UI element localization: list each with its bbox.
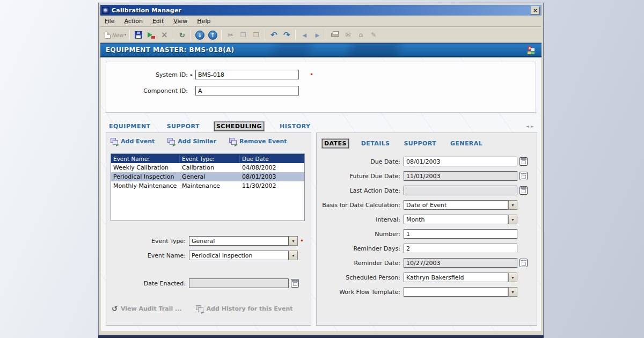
event-type-input[interactable] bbox=[189, 236, 289, 246]
basis-row: Basis for Date Calculation: ▼ bbox=[320, 200, 517, 210]
tab-general[interactable]: GENERAL bbox=[449, 139, 484, 148]
basis-input[interactable] bbox=[404, 200, 508, 210]
col-event-name[interactable]: Event Name: bbox=[111, 156, 180, 162]
related-records-icon[interactable] bbox=[526, 46, 536, 54]
calendar-icon[interactable] bbox=[519, 172, 528, 180]
event-name-input[interactable] bbox=[189, 251, 289, 260]
home-button[interactable]: ⌂ bbox=[354, 28, 367, 41]
table-row[interactable]: Monthly Maintenance Maintenance 11/30/20… bbox=[111, 181, 304, 190]
redo-button[interactable]: ↷ bbox=[280, 28, 293, 41]
table-row[interactable]: Weekly Calibration Calibration 04/08/200… bbox=[111, 163, 304, 172]
arrow-right-icon: ▶ bbox=[315, 32, 319, 38]
dropdown-button[interactable]: ▼ bbox=[289, 236, 298, 246]
col-event-type[interactable]: Event Type: bbox=[180, 156, 240, 162]
reminder-days-input[interactable] bbox=[404, 244, 517, 253]
menu-edit[interactable]: Edit bbox=[152, 18, 164, 25]
tab-dates[interactable]: DATES bbox=[322, 139, 349, 148]
col-due-date[interactable]: Due Date bbox=[240, 156, 303, 162]
tab-detail-support[interactable]: SUPPORT bbox=[402, 139, 438, 148]
tab-equipment[interactable]: EQUIPMENT bbox=[107, 122, 152, 130]
add-history-icon bbox=[196, 305, 203, 312]
due-date-input[interactable] bbox=[404, 157, 517, 166]
scheduled-person-select[interactable]: ▼ bbox=[404, 273, 517, 282]
menu-bar: File Action Edit View Help bbox=[100, 16, 541, 27]
redo-icon: ↷ bbox=[283, 30, 290, 40]
required-icon: • bbox=[310, 72, 313, 77]
toolbar-separator bbox=[129, 30, 130, 40]
add-similar-button[interactable]: Add Similar bbox=[167, 138, 216, 145]
copy-button[interactable]: ❐ bbox=[237, 28, 250, 41]
cut-button[interactable]: ✂ bbox=[224, 28, 237, 41]
add-event-button[interactable]: Add Event bbox=[111, 138, 155, 145]
component-id-input[interactable] bbox=[195, 86, 299, 95]
calendar-icon[interactable] bbox=[519, 259, 528, 267]
undo-icon: ↶ bbox=[270, 30, 277, 40]
print-button[interactable] bbox=[328, 28, 341, 41]
paste-icon: ❒ bbox=[253, 31, 259, 39]
printer-icon bbox=[331, 33, 339, 37]
event-name-select[interactable]: ▼ bbox=[189, 251, 298, 260]
scheduled-person-input[interactable] bbox=[404, 273, 508, 282]
tab-details[interactable]: DETAILS bbox=[360, 139, 392, 148]
component-id-row: Component ID: bbox=[106, 86, 536, 95]
new-button[interactable]: New ▾ bbox=[104, 28, 127, 41]
event-type-select[interactable]: ▼ bbox=[189, 236, 298, 246]
interval-select[interactable]: ▼ bbox=[404, 215, 517, 224]
move-down-button[interactable]: ↓ bbox=[193, 28, 206, 41]
future-due-date-label: Future Due Date: bbox=[320, 173, 400, 180]
dropdown-button[interactable]: ▼ bbox=[289, 251, 298, 260]
menu-action[interactable]: Action bbox=[124, 18, 142, 25]
work-flow-template-label: Work Flow Template: bbox=[320, 289, 400, 296]
last-action-date-row: Last Action Date: bbox=[320, 186, 528, 195]
dropdown-button[interactable]: ▼ bbox=[508, 273, 517, 282]
work-flow-template-input[interactable] bbox=[404, 287, 508, 297]
main-tab-strip: EQUIPMENT SUPPORT SCHEDULING HISTORY ◄► bbox=[107, 121, 536, 131]
date-enacted-input bbox=[189, 278, 289, 288]
system-id-row: System ID: ▸ • bbox=[106, 70, 536, 79]
dropdown-button[interactable]: ▼ bbox=[508, 215, 517, 224]
table-row-selected[interactable]: Periodical Inspection General 08/01/2003 bbox=[111, 172, 304, 181]
tools-button[interactable]: ✎ bbox=[367, 28, 380, 41]
tab-scroll-arrows[interactable]: ◄► bbox=[526, 124, 536, 129]
interval-input[interactable] bbox=[404, 215, 508, 224]
events-panel: Add Event Add Similar Remove Event Event… bbox=[106, 133, 311, 326]
tab-scheduling[interactable]: SCHEDULING bbox=[214, 122, 264, 131]
chevron-down-icon: ▼ bbox=[511, 290, 515, 294]
save-button[interactable] bbox=[132, 28, 145, 41]
refresh-button[interactable]: ↻ bbox=[175, 28, 188, 41]
remove-event-button[interactable]: Remove Event bbox=[229, 138, 287, 145]
menu-help[interactable]: Help bbox=[197, 18, 210, 25]
basis-select[interactable]: ▼ bbox=[404, 200, 517, 210]
tab-support[interactable]: SUPPORT bbox=[165, 122, 201, 130]
number-input[interactable] bbox=[404, 229, 517, 239]
paste-button[interactable]: ❒ bbox=[250, 28, 262, 41]
date-enacted-label: Date Enacted: bbox=[111, 280, 186, 287]
title-bar: Calibration Manager × bbox=[100, 5, 541, 16]
view-audit-trail-button[interactable]: ↺ View Audit Trail ... bbox=[112, 305, 182, 313]
send-button[interactable]: ✉ bbox=[341, 28, 354, 41]
move-up-button[interactable]: ↑ bbox=[206, 28, 219, 41]
system-id-input[interactable] bbox=[195, 70, 299, 79]
calendar-icon[interactable] bbox=[519, 157, 528, 166]
previous-record-button[interactable]: ◀ bbox=[298, 28, 311, 41]
calendar-icon[interactable] bbox=[519, 186, 528, 195]
dropdown-button[interactable]: ▼ bbox=[508, 287, 517, 297]
check-in-out-button[interactable] bbox=[145, 28, 158, 41]
dropdown-button[interactable]: ▼ bbox=[508, 200, 517, 210]
calendar-icon[interactable] bbox=[291, 279, 299, 288]
tab-history[interactable]: HISTORY bbox=[278, 122, 312, 130]
undo-button[interactable]: ↶ bbox=[267, 28, 280, 41]
work-flow-template-select[interactable]: ▼ bbox=[404, 287, 517, 297]
goto-record-button[interactable]: ▶ bbox=[311, 28, 324, 41]
close-button[interactable]: × bbox=[531, 6, 540, 14]
system-id-label: System ID: bbox=[106, 71, 188, 78]
remove-event-icon bbox=[229, 138, 237, 145]
menu-file[interactable]: File bbox=[105, 18, 114, 25]
new-document-icon bbox=[105, 32, 111, 39]
add-history-button[interactable]: Add History for this Event bbox=[196, 305, 293, 312]
delete-button[interactable]: × bbox=[158, 28, 171, 41]
add-event-icon bbox=[111, 138, 118, 145]
record-title: EQUIPMENT MASTER: BMS-018(A) bbox=[106, 46, 526, 54]
menu-view[interactable]: View bbox=[173, 18, 187, 25]
work-flow-template-row: Work Flow Template: ▼ bbox=[320, 287, 517, 297]
